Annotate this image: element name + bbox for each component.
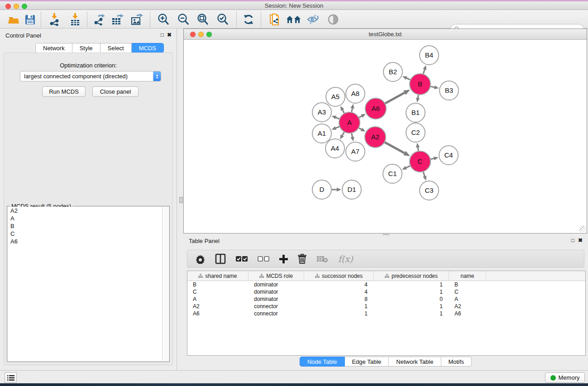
deselect-all-icon[interactable] <box>258 253 269 264</box>
edge-B-B1[interactable] <box>418 95 418 98</box>
mcds-result-list[interactable]: A2ABCA6 <box>8 207 163 361</box>
tab-network-table[interactable]: Network Table <box>389 357 441 367</box>
net-close-traffic-light[interactable] <box>190 32 196 37</box>
cell-successor-nodes[interactable]: 4 <box>304 281 374 288</box>
cell-successor-nodes[interactable]: 1 <box>304 310 374 317</box>
close-panel-icon[interactable]: ✖ <box>167 32 172 38</box>
import-network-icon[interactable] <box>48 13 61 26</box>
show-all-icon[interactable] <box>327 13 339 26</box>
close-table-panel-icon[interactable]: ✖ <box>578 238 583 243</box>
table-body[interactable]: Bdominator41BCdominator41CAdominator80AA… <box>187 281 585 317</box>
splitter-grip[interactable] <box>179 197 183 203</box>
cell-successor-nodes[interactable]: 8 <box>304 295 374 303</box>
cell-name[interactable]: A6 <box>449 310 486 317</box>
run-mcds-button[interactable]: Run MCDS <box>42 86 86 97</box>
cell-MCDS-role[interactable]: dominator <box>249 281 304 288</box>
edge-C-C3[interactable] <box>423 172 425 176</box>
cell-name[interactable]: A2 <box>449 303 486 310</box>
cell-name[interactable]: B <box>449 281 486 288</box>
cell-predecessor-nodes[interactable]: 1 <box>374 288 449 295</box>
edge-B-B3[interactable] <box>430 86 434 87</box>
tab-network[interactable]: Network <box>35 43 72 53</box>
create-column-icon[interactable] <box>279 253 288 264</box>
mcds-list-scrollbar[interactable] <box>162 207 169 361</box>
tab-mcds[interactable]: MCDS <box>132 43 164 53</box>
node-table[interactable]: shared nameMCDS rolesuccessor nodesprede… <box>187 271 586 356</box>
network-canvas[interactable]: B4B2BB3A5A8A6A3B1AA1C2A2A4A7C4CC1C3DD1 <box>184 40 587 233</box>
mcds-result-item[interactable]: C <box>8 230 163 238</box>
hide-selected-icon[interactable] <box>306 13 319 26</box>
resize-grip-icon[interactable] <box>579 226 586 232</box>
tab-select[interactable]: Select <box>100 43 132 53</box>
export-table-icon[interactable] <box>111 13 124 26</box>
edge-B-B4[interactable] <box>423 69 425 74</box>
export-network-icon[interactable] <box>93 13 105 26</box>
cell-shared-name[interactable]: C <box>187 288 249 295</box>
apply-layout-icon[interactable] <box>242 13 255 26</box>
edge-C-C4[interactable] <box>430 158 434 159</box>
mcds-result-item[interactable]: A <box>8 214 163 222</box>
edge-A2-C[interactable] <box>385 142 405 153</box>
column-header-shared-name[interactable]: shared name <box>187 271 249 281</box>
export-image-icon[interactable] <box>131 13 143 26</box>
table-row[interactable]: Bdominator41B <box>187 281 585 288</box>
cell-shared-name[interactable]: A6 <box>187 310 249 317</box>
edge-A-A3[interactable] <box>336 118 339 119</box>
open-file-icon[interactable] <box>7 13 20 26</box>
cell-name[interactable]: C <box>449 288 486 295</box>
zoom-traffic-light[interactable] <box>22 4 27 9</box>
column-header-successor-nodes[interactable]: successor nodes <box>304 271 374 281</box>
edge-A-A1[interactable] <box>336 127 339 128</box>
tab-edge-table[interactable]: Edge Table <box>344 357 389 367</box>
edge-A-A6[interactable] <box>359 116 362 117</box>
show-columns-icon[interactable] <box>215 253 226 264</box>
float-table-panel-icon[interactable]: □ <box>571 238 574 243</box>
cell-MCDS-role[interactable]: dominator <box>249 288 304 295</box>
zoom-out-icon[interactable] <box>177 13 190 26</box>
mcds-result-item[interactable]: B <box>8 222 163 230</box>
cell-shared-name[interactable]: B <box>187 281 249 288</box>
table-row[interactable]: A2connector11A2 <box>187 303 585 310</box>
net-zoom-traffic-light[interactable] <box>206 32 212 37</box>
cell-predecessor-nodes[interactable]: 1 <box>374 303 449 310</box>
table-row[interactable]: Adominator80A <box>187 295 585 303</box>
cell-successor-nodes[interactable]: 1 <box>304 303 374 310</box>
cell-MCDS-role[interactable]: dominator <box>249 295 304 303</box>
function-builder-icon[interactable]: f(x) <box>338 253 353 264</box>
network-graph[interactable]: B4B2BB3A5A8A6A3B1AA1C2A2A4A7C4CC1C3DD1 <box>184 40 587 233</box>
memory-button[interactable]: Memory <box>545 372 585 383</box>
cell-predecessor-nodes[interactable]: 1 <box>374 281 449 288</box>
edge-A-A2[interactable] <box>359 128 362 129</box>
first-neighbors-icon[interactable] <box>286 13 301 26</box>
edge-C-C1[interactable] <box>406 166 410 168</box>
delete-table-icon[interactable] <box>316 253 328 264</box>
mcds-result-item[interactable]: A6 <box>8 238 163 245</box>
zoom-in-icon[interactable] <box>157 13 170 26</box>
cell-predecessor-nodes[interactable]: 1 <box>374 310 449 317</box>
table-row[interactable]: Cdominator41C <box>187 288 585 295</box>
zoom-fit-icon[interactable] <box>196 13 209 26</box>
edge-A-A4[interactable] <box>342 132 344 135</box>
edge-C-C2[interactable] <box>418 148 418 151</box>
cell-MCDS-role[interactable]: connector <box>249 310 304 317</box>
panel-menu-button[interactable] <box>5 372 17 383</box>
duplicate-network-icon[interactable] <box>268 13 281 26</box>
column-header-name[interactable]: name <box>449 271 486 281</box>
cell-predecessor-nodes[interactable]: 0 <box>374 295 449 303</box>
edge-B-B2[interactable] <box>406 78 410 80</box>
tab-motifs[interactable]: Motifs <box>441 357 472 367</box>
save-session-icon[interactable] <box>24 13 36 26</box>
cell-MCDS-role[interactable]: connector <box>249 303 304 310</box>
edge-A-A7[interactable] <box>352 133 353 137</box>
import-table-icon[interactable] <box>69 13 81 26</box>
network-window-titlebar[interactable]: testGlobe.txt <box>184 29 587 40</box>
select-all-icon[interactable] <box>236 253 248 264</box>
table-header-row[interactable]: shared nameMCDS rolesuccessor nodesprede… <box>187 271 585 281</box>
table-row[interactable]: A6connector11A6 <box>187 310 585 317</box>
mcds-result-item[interactable]: A2 <box>8 207 163 214</box>
float-panel-icon[interactable]: □ <box>161 32 164 38</box>
criterion-select[interactable]: largest connected component (directed) ▲… <box>20 71 161 81</box>
cell-shared-name[interactable]: A2 <box>187 303 249 310</box>
net-minimize-traffic-light[interactable] <box>198 32 204 37</box>
column-header-MCDS-role[interactable]: MCDS role <box>249 271 304 281</box>
